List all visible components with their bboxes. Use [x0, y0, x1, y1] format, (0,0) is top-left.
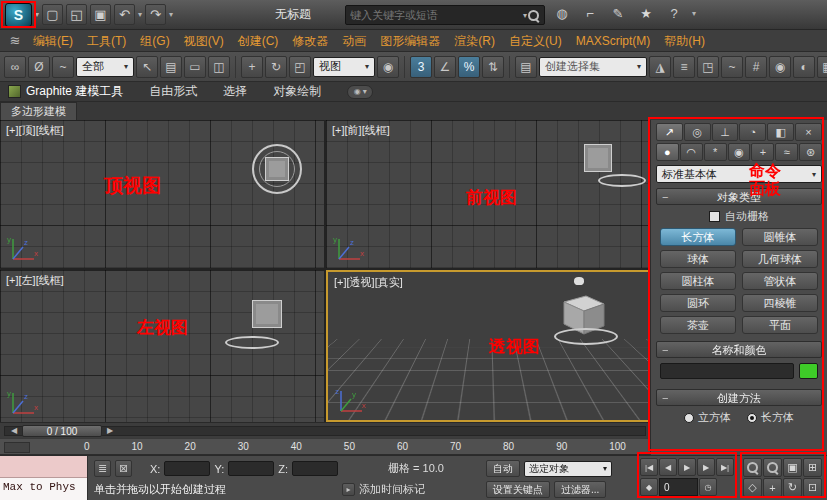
app-menu-chevron-icon[interactable]: ▾ — [35, 10, 39, 19]
menu-item-maxscript[interactable]: MAXScript(M) — [569, 30, 658, 52]
menu-item-tools[interactable]: 工具(T) — [80, 30, 133, 52]
time-slider-handle[interactable]: 0 / 100 — [22, 425, 102, 437]
ribbon-minimize-button[interactable]: ◉ ▾ — [347, 85, 373, 99]
save-file-icon[interactable]: ▣ — [90, 4, 111, 25]
zoom-extents-all-icon[interactable]: ⊞ — [803, 458, 822, 477]
absolute-mode-icon[interactable]: ⊠ — [115, 460, 132, 477]
layer-manager-icon[interactable]: ◳ — [697, 56, 719, 78]
current-frame-field[interactable]: 0 — [659, 478, 698, 496]
key-filters-button[interactable]: 过滤器... — [554, 481, 606, 498]
viewport-left[interactable]: [+][左][线框] x y z — [0, 270, 324, 422]
viewport-top[interactable]: [+][顶][线框] x y z — [0, 120, 324, 268]
objtype-cylinder-button[interactable]: 圆柱体 — [660, 272, 736, 290]
objtype-cone-button[interactable]: 圆锥体 — [742, 228, 818, 246]
primitive-category-dropdown[interactable]: 标准基本体 ▾ — [656, 165, 822, 183]
spinner-snap-icon[interactable]: ⇅ — [482, 56, 504, 78]
objtype-plane-button[interactable]: 平面 — [742, 316, 818, 334]
named-selection-dropdown[interactable]: 创建选择集 ▾ — [539, 57, 647, 77]
auto-key-button[interactable]: 自动 — [486, 460, 520, 477]
object-color-swatch[interactable] — [799, 363, 818, 379]
category-shapes-icon[interactable]: ◠ — [680, 143, 703, 161]
scene-explorer-icon[interactable]: ≋ — [4, 33, 26, 48]
track-bar[interactable]: 0 10 20 30 40 50 60 70 80 90 100 — [0, 438, 650, 455]
objtype-pyramid-button[interactable]: 四棱锥 — [742, 294, 818, 312]
time-back-arrow-icon[interactable]: ◀ — [8, 426, 20, 436]
redo-icon[interactable]: ↷ — [145, 4, 166, 25]
zoom-extents-icon[interactable]: ▣ — [783, 458, 802, 477]
selection-set-dropdown[interactable]: 选定对象 ▾ — [524, 461, 612, 477]
unlink-selection-icon[interactable]: Ø — [28, 56, 50, 78]
menu-item-edit[interactable]: 编辑(E) — [26, 30, 80, 52]
time-forward-arrow-icon[interactable]: ▶ — [104, 426, 116, 436]
redo-chevron-icon[interactable]: ▾ — [169, 10, 173, 19]
creation-method-cube[interactable]: 立方体 — [684, 410, 731, 425]
maximize-viewport-icon[interactable]: ⊡ — [803, 478, 822, 497]
ribbon-tab-object-paint[interactable]: 对象绘制 — [273, 83, 321, 100]
bind-to-spacewarp-icon[interactable]: ~ — [52, 56, 74, 78]
annotate-icon[interactable]: ✎ — [608, 3, 628, 23]
undo-icon[interactable]: ↶ — [114, 4, 135, 25]
communication-center-icon[interactable]: ◍ — [552, 3, 572, 23]
category-systems-icon[interactable]: ⊛ — [799, 143, 822, 161]
viewport-perspective-label[interactable]: [+][透视][真实] — [334, 275, 403, 290]
rendered-frame-icon[interactable]: ▦ — [817, 56, 827, 78]
menu-item-graph-editors[interactable]: 图形编辑器 — [373, 30, 447, 52]
select-and-link-icon[interactable]: ∞ — [4, 56, 26, 78]
category-cameras-icon[interactable]: ◉ — [728, 143, 751, 161]
align-icon[interactable]: ≡ — [673, 56, 695, 78]
listener-output-pane[interactable]: Max to Phys — [0, 478, 87, 500]
help-chevron-icon[interactable]: ▾ — [692, 9, 696, 18]
selection-filter-dropdown[interactable]: 全部 ▾ — [76, 57, 134, 77]
rollout-name-color[interactable]: − 名称和颜色 — [656, 341, 822, 358]
menu-item-customize[interactable]: 自定义(U) — [502, 30, 569, 52]
select-and-move-icon[interactable]: + — [241, 56, 263, 78]
rollout-creation-method[interactable]: − 创建方法 — [656, 389, 822, 406]
viewport-front-label[interactable]: [+][前][线框] — [332, 123, 390, 138]
percent-snap-icon[interactable]: % — [458, 56, 480, 78]
favorites-star-icon[interactable]: ★ — [636, 3, 656, 23]
menu-item-help[interactable]: 帮助(H) — [657, 30, 712, 52]
reference-coordinate-dropdown[interactable]: 视图 ▾ — [313, 57, 375, 77]
menu-item-create[interactable]: 创建(C) — [231, 30, 286, 52]
license-key-icon[interactable]: ⌐ — [580, 3, 600, 23]
maxscript-mini-listener[interactable]: Max to Phys — [0, 456, 88, 500]
objtype-torus-button[interactable]: 圆环 — [660, 294, 736, 312]
tab-motion[interactable]: ◔ — [739, 123, 766, 141]
undo-chevron-icon[interactable]: ▾ — [138, 10, 142, 19]
creation-method-box[interactable]: 长方体 — [747, 410, 794, 425]
select-and-rotate-icon[interactable]: ↻ — [265, 56, 287, 78]
zoom-icon[interactable] — [743, 458, 762, 477]
viewport-top-label[interactable]: [+][顶][线框] — [6, 123, 64, 138]
snap-toggle-icon[interactable]: 3 — [410, 56, 432, 78]
objtype-geosphere-button[interactable]: 几何球体 — [742, 250, 818, 268]
menu-item-views[interactable]: 视图(V) — [177, 30, 231, 52]
next-frame-button[interactable]: ▶ — [697, 458, 715, 476]
time-slider[interactable]: ◀ 0 / 100 ▶ — [0, 422, 650, 438]
render-setup-icon[interactable]: ◐ — [793, 56, 815, 78]
window-crossing-icon[interactable]: ◫ — [208, 56, 230, 78]
previous-frame-button[interactable]: ◀ — [659, 458, 677, 476]
autogrid-checkbox[interactable] — [709, 211, 720, 222]
ribbon-tab-graphite[interactable]: Graphite 建模工具 — [8, 83, 123, 100]
listener-input-pane[interactable] — [0, 456, 87, 478]
go-to-end-button[interactable]: ▶| — [716, 458, 734, 476]
search-input[interactable] — [350, 9, 523, 21]
tab-display[interactable]: ◧ — [767, 123, 794, 141]
use-pivot-center-icon[interactable]: ◉ — [377, 56, 399, 78]
select-object-icon[interactable]: ↖ — [136, 56, 158, 78]
z-coordinate-field[interactable] — [292, 461, 338, 476]
objtype-tube-button[interactable]: 管状体 — [742, 272, 818, 290]
tab-utilities[interactable]: × — [795, 123, 822, 141]
objtype-sphere-button[interactable]: 球体 — [660, 250, 736, 268]
ribbon-tab-selection[interactable]: 选择 — [223, 83, 247, 100]
time-configuration-icon[interactable]: ◷ — [699, 478, 717, 496]
ribbon-subtab-polymodeling[interactable]: 多边形建模 — [0, 102, 77, 120]
object-name-input[interactable] — [660, 363, 794, 379]
zoom-all-icon[interactable] — [763, 458, 782, 477]
field-of-view-icon[interactable]: ◇ — [743, 478, 762, 497]
pan-icon[interactable]: + — [763, 478, 782, 497]
menu-item-rendering[interactable]: 渲染(R) — [447, 30, 502, 52]
viewport-perspective[interactable]: [+][透视][真实] x z y — [326, 270, 650, 422]
tab-create[interactable]: ↗ — [656, 123, 683, 141]
key-mode-toggle-button[interactable]: ◆ — [640, 478, 658, 496]
